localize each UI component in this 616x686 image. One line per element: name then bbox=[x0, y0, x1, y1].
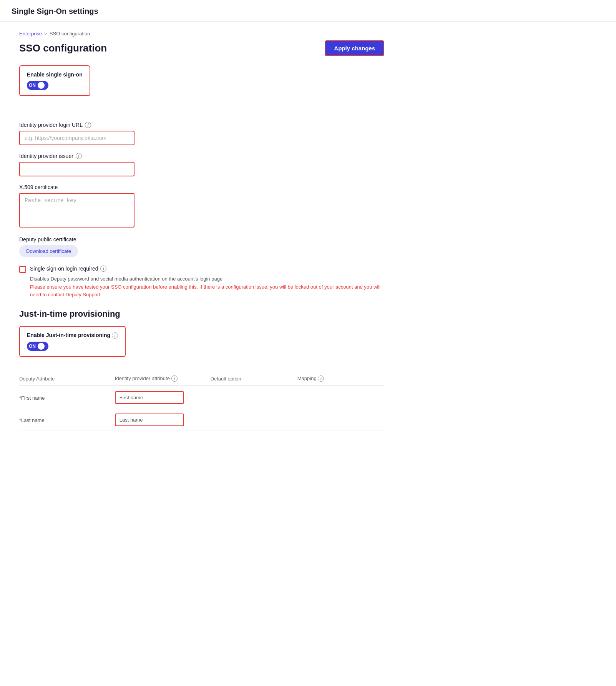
idp-issuer-label: Identity provider issuer i bbox=[19, 153, 384, 159]
content-area: Enterprise > SSO configuration SSO confi… bbox=[0, 22, 403, 446]
idp-url-group: Identity provider login URL i bbox=[19, 122, 384, 145]
idp-attr-input-1[interactable] bbox=[115, 414, 184, 426]
default-option-0 bbox=[211, 386, 297, 408]
page-header: Single Sign-On settings bbox=[0, 0, 616, 22]
col-header-deputy: Deputy Attribute bbox=[19, 372, 115, 386]
enable-sso-label: Enable single sign-on bbox=[27, 71, 83, 78]
sso-required-label: Single sign-on login required i bbox=[30, 266, 106, 272]
deputy-cert-group: Deputy public certificate Download certi… bbox=[19, 236, 384, 257]
idp-issuer-info-icon: i bbox=[76, 153, 82, 159]
x509-label: X.509 certificate bbox=[19, 184, 384, 190]
breadcrumb-parent[interactable]: Enterprise bbox=[19, 31, 42, 37]
attributes-table-header: Deputy Attribute Identity provider attri… bbox=[19, 372, 384, 386]
idp-url-label: Identity provider login URL i bbox=[19, 122, 384, 128]
enable-sso-card: Enable single sign-on ON bbox=[19, 65, 90, 96]
idp-issuer-input[interactable] bbox=[19, 162, 134, 176]
jit-title: Just-in-time provisioning bbox=[19, 309, 384, 319]
breadcrumb-current: SSO configuration bbox=[50, 31, 90, 37]
jit-toggle-circle bbox=[38, 343, 45, 350]
sso-required-warning: Please ensure you have tested your SSO c… bbox=[30, 283, 384, 298]
enable-jit-label: Enable Just-in-time provisioning i bbox=[27, 332, 118, 339]
attributes-table: Deputy Attribute Identity provider attri… bbox=[19, 372, 384, 430]
enable-sso-toggle-row: ON bbox=[27, 81, 83, 90]
sso-required-group: Single sign-on login required i Disables… bbox=[19, 266, 384, 298]
mapping-0 bbox=[297, 386, 384, 408]
idp-col-info-icon: i bbox=[171, 375, 178, 382]
x509-textarea[interactable] bbox=[19, 193, 134, 228]
x509-group: X.509 certificate bbox=[19, 184, 384, 229]
mapping-col-info-icon: i bbox=[318, 375, 324, 382]
divider-1 bbox=[19, 111, 384, 111]
sso-required-row: Single sign-on login required i bbox=[19, 266, 384, 273]
deputy-attr-1: *Last name bbox=[19, 417, 45, 423]
idp-issuer-group: Identity provider issuer i bbox=[19, 153, 384, 176]
toggle-on-text: ON bbox=[29, 83, 36, 88]
section-title: SSO configuration bbox=[19, 42, 107, 54]
mapping-1 bbox=[297, 408, 384, 430]
download-certificate-button[interactable]: Download certificate bbox=[19, 245, 78, 257]
col-header-idp: Identity provider attribute i bbox=[115, 372, 211, 386]
col-header-default: Default option bbox=[211, 372, 297, 386]
default-option-1 bbox=[211, 408, 297, 430]
breadcrumb-separator: > bbox=[44, 31, 47, 37]
sso-required-info-icon: i bbox=[100, 266, 106, 272]
enable-jit-card: Enable Just-in-time provisioning i ON bbox=[19, 326, 126, 357]
enable-jit-toggle-row: ON bbox=[27, 342, 118, 351]
breadcrumb: Enterprise > SSO configuration bbox=[19, 31, 384, 37]
deputy-attr-0: *First name bbox=[19, 395, 45, 401]
deputy-cert-label: Deputy public certificate bbox=[19, 236, 384, 243]
enable-jit-toggle[interactable]: ON bbox=[27, 342, 48, 351]
col-header-mapping: Mapping i bbox=[297, 372, 384, 386]
section-header-row: SSO configuration Apply changes bbox=[19, 40, 384, 56]
sso-required-description: Disables Deputy password and social medi… bbox=[30, 276, 384, 282]
toggle-circle bbox=[38, 82, 45, 89]
page-title: Single Sign-On settings bbox=[12, 7, 98, 15]
idp-attr-input-0[interactable] bbox=[115, 391, 184, 404]
idp-url-info-icon: i bbox=[85, 122, 91, 128]
table-row: *Last name bbox=[19, 408, 384, 430]
enable-sso-toggle[interactable]: ON bbox=[27, 81, 48, 90]
sso-required-checkbox[interactable] bbox=[19, 266, 26, 273]
jit-info-icon: i bbox=[112, 332, 118, 339]
table-row: *First name bbox=[19, 386, 384, 408]
apply-changes-button[interactable]: Apply changes bbox=[325, 40, 384, 56]
idp-url-input[interactable] bbox=[19, 131, 134, 145]
jit-toggle-on-text: ON bbox=[29, 344, 36, 349]
